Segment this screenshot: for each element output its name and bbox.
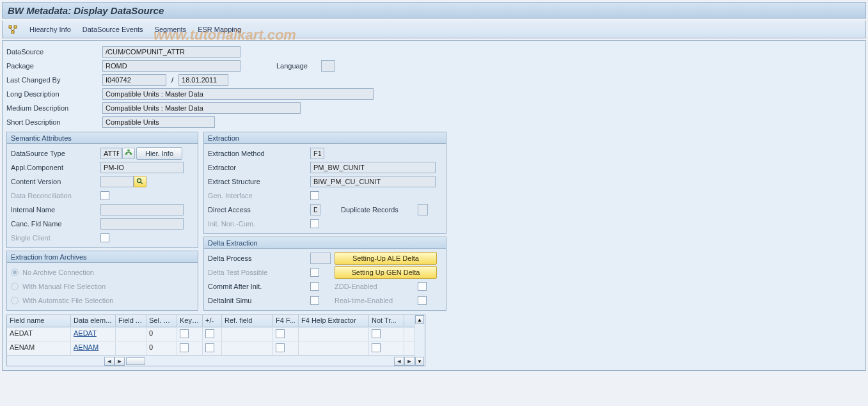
table-col-header[interactable]: Not Tr... [369,315,404,327]
checkbox-data-reconciliation[interactable] [100,191,109,200]
table-col-header[interactable]: +/- [203,315,222,327]
field-canc-fld[interactable] [100,218,184,230]
table-col-header[interactable]: Ref. field [222,315,273,327]
table-col-header[interactable]: Field A... [116,315,146,327]
label-ds-type: DataSource Type [11,150,100,157]
field-appl-comp[interactable] [100,162,184,173]
table-cell [299,328,369,341]
checkbox-init-noncum[interactable] [310,219,319,228]
field-lastchanged-date[interactable] [178,74,228,86]
scroll-left-icon[interactable]: ◄ [104,357,114,366]
checkbox-gen-interface[interactable] [310,191,319,200]
label-datasource: DataSource [6,48,102,56]
table-col-header[interactable]: Sel. O... [146,315,177,327]
toolbar-esr-mapping[interactable]: ESR Mapping [198,26,241,33]
field-longdesc[interactable] [102,88,374,100]
table-cell: AENAM [71,342,116,355]
field-meddesc[interactable] [102,102,301,114]
table-col-header[interactable]: Key ... [177,315,203,327]
field-package[interactable] [102,60,241,72]
main-content: DataSource Package Language Last Changed… [2,40,866,371]
field-ds-type[interactable] [100,148,122,159]
svg-line-4 [13,28,15,31]
label-internal-name: Internal Name [11,206,100,214]
svg-line-3 [10,28,13,31]
label-lastchangedby: Last Changed By [6,76,102,84]
label-init-noncum: Init. Non.-Cum. [208,220,310,228]
scroll-right-icon[interactable]: ► [114,357,125,366]
svg-rect-2 [12,31,14,33]
radio-label-auto-file: With Automatic File Selection [22,297,113,304]
table-cell [273,342,299,355]
search-help-icon[interactable] [134,176,146,187]
toolbar-datasource-events[interactable]: DataSource Events [83,26,143,33]
table-col-header[interactable]: F4 Help Extractor [299,315,369,327]
field-delta-process[interactable] [310,253,331,264]
svg-rect-0 [9,26,12,28]
slash-separator: / [166,76,178,84]
toolbar-segments[interactable]: Segments [155,26,187,33]
table-cell [273,328,299,341]
field-duplicate-records[interactable] [418,204,428,215]
label-canc-fld: Canc. Fld Name [11,220,100,228]
hierarchy-tree-icon[interactable] [122,148,135,159]
checkbox-deltainit-simu[interactable] [310,296,319,305]
svg-line-13 [141,182,143,184]
table-vscroll[interactable]: ▲ ▼ [414,315,425,366]
table-cell [177,328,203,341]
panel-head-semantic: Semantic Attributes [7,132,198,144]
panel-semantic-attributes: Semantic Attributes DataSource Type Hier… [6,132,198,248]
fields-table: Field nameData elem...Field A...Sel. O..… [6,315,425,366]
field-extractor[interactable] [310,162,436,173]
checkbox-commit-after-init[interactable] [310,282,319,291]
panel-extraction-archives: Extraction from Archives No Archive Conn… [6,251,198,311]
table-hscroll[interactable]: ◄ ► ◄ ► [7,355,414,366]
scroll-left2-icon[interactable]: ◄ [394,357,404,366]
field-shortdesc[interactable] [102,116,215,128]
checkbox-single-client[interactable] [100,233,109,242]
radio-auto-file [11,297,19,304]
checkbox-realtime-enabled[interactable] [418,296,427,305]
hierarchy-icon[interactable] [8,24,18,35]
checkbox-delta-test[interactable] [310,268,319,277]
panel-head-extraction: Extraction [204,132,446,144]
label-commit-after-init: Commit After Init. [208,283,310,290]
checkbox-zdd-enabled[interactable] [418,282,427,291]
scroll-right2-icon[interactable]: ► [404,357,414,366]
table-col-header[interactable]: F4 F... [273,315,299,327]
hier-info-button[interactable]: Hier. Info [136,147,182,160]
table-col-header[interactable]: Data elem... [71,315,116,327]
table-row[interactable]: AENAMAENAM0 [7,341,414,355]
field-language[interactable] [321,60,335,72]
field-extract-struct[interactable] [310,176,436,187]
table-header: Field nameData elem...Field A...Sel. O..… [7,315,414,327]
label-single-client: Single Client [11,234,100,242]
field-datasource[interactable] [102,46,241,58]
field-direct-access[interactable] [310,204,320,215]
label-data-reconciliation: Data Reconciliation [11,192,100,199]
label-longdesc: Long Description [6,90,102,98]
label-gen-interface: Gen. Interface [208,192,310,199]
scroll-up-icon[interactable]: ▲ [415,315,424,324]
table-row[interactable]: AEDATAEDAT0 [7,327,414,341]
table-cell [222,342,273,355]
field-content-version[interactable] [100,176,134,187]
toolbar-hierarchy-info[interactable]: Hiearchy Info [29,26,71,33]
radio-manual-file [11,283,19,290]
radio-label-manual-file: With Manual File Selection [22,283,106,290]
field-lastchanged-user[interactable] [102,74,166,86]
scroll-thumb[interactable] [126,357,145,365]
table-col-header[interactable]: Field name [7,315,71,327]
field-internal-name[interactable] [100,204,184,215]
table-cell [177,342,203,355]
label-language: Language [276,62,321,70]
table-cell [203,342,222,355]
button-setup-ale-delta[interactable]: Setting-Up ALE Delta [335,252,437,265]
table-cell [369,328,404,341]
field-extr-method[interactable] [310,148,324,159]
scroll-down-icon[interactable]: ▼ [415,357,424,366]
table-cell [299,342,369,355]
window-title: BW Metadata: Display DataSource [2,2,866,19]
table-cell: 0 [146,328,177,341]
button-setup-gen-delta[interactable]: Setting Up GEN Delta [335,266,437,279]
